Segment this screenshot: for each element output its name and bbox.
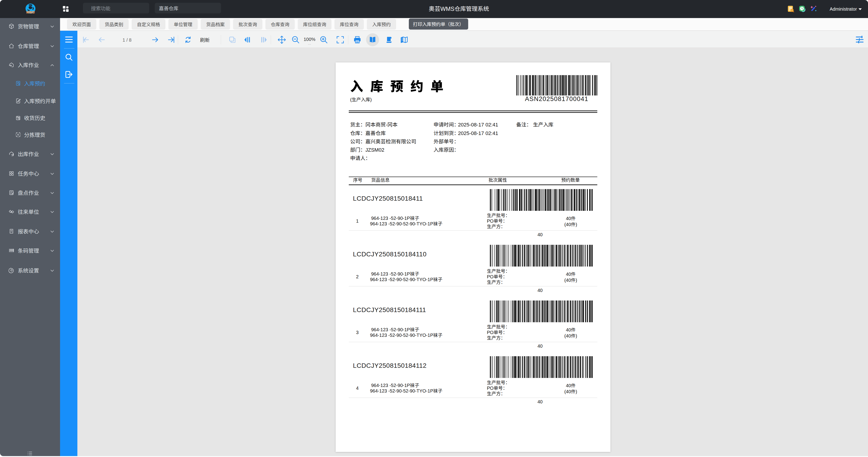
- svg-text:WMS: WMS: [26, 10, 35, 14]
